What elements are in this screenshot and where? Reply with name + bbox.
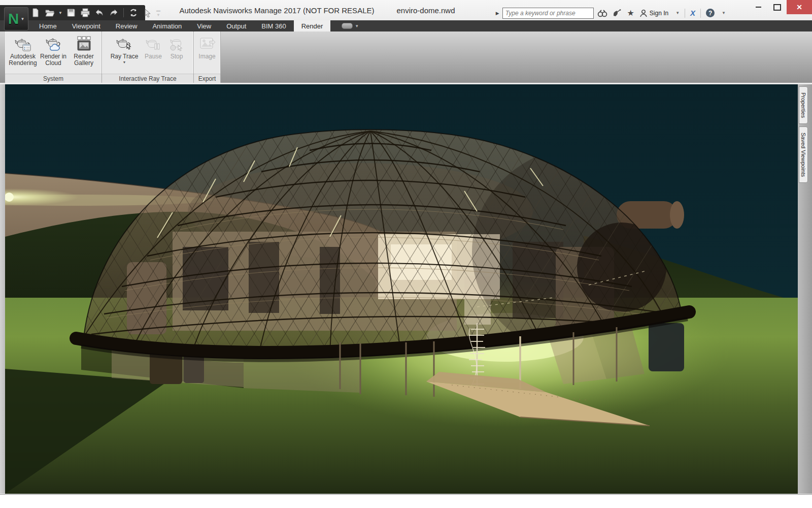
export-image-icon	[198, 35, 216, 52]
tab-output[interactable]: Output	[219, 20, 254, 31]
ray-trace-icon	[116, 35, 133, 52]
ray-trace-dropdown-icon[interactable]: ▼	[123, 60, 126, 64]
pause-button: Pause	[142, 34, 165, 60]
exchange-apps-button[interactable]: X	[690, 9, 695, 17]
button-label: Stop	[171, 53, 183, 60]
open-folder-icon	[45, 8, 55, 17]
chevron-down-icon: ▼	[20, 17, 24, 21]
group-label-interactive-ray-trace: Interactive Ray Trace	[102, 74, 193, 83]
help-button[interactable]: ?	[706, 9, 715, 17]
select-button[interactable]	[142, 7, 154, 19]
undo-button[interactable]	[93, 7, 106, 19]
toolbar-separator	[123, 8, 124, 17]
viewport-3d-scene	[5, 84, 798, 494]
tab-properties[interactable]: Properties	[799, 86, 808, 124]
infocenter-separator	[685, 9, 685, 18]
open-file-button[interactable]	[44, 7, 56, 19]
print-button[interactable]	[79, 7, 91, 19]
group-label-system: System	[5, 74, 101, 83]
infocenter-separator	[700, 9, 701, 18]
ribbon-group-export: Image Export	[194, 31, 221, 83]
button-label: Render Gallery	[69, 53, 98, 67]
app-window: N ▼ ▼	[0, 0, 812, 495]
tab-viewpoint[interactable]: Viewpoint	[64, 20, 108, 31]
pause-icon	[145, 35, 162, 52]
stop-button: Stop	[166, 34, 187, 60]
tab-render[interactable]: Render	[294, 20, 331, 31]
save-button[interactable]	[65, 7, 77, 19]
render-in-cloud-icon	[45, 35, 62, 52]
sign-in-label: Sign In	[650, 10, 668, 17]
ray-trace-button[interactable]: Ray Trace ▼	[108, 34, 141, 64]
render-gallery-button[interactable]: Render Gallery	[69, 34, 98, 67]
favorites-button[interactable]: ★	[625, 8, 636, 19]
redo-button[interactable]	[108, 7, 120, 19]
ribbon-group-system: Autodesk Rendering	[5, 31, 102, 83]
window-left-edge	[0, 84, 5, 494]
refresh-button[interactable]	[127, 7, 140, 19]
button-label: Pause	[145, 53, 162, 60]
refresh-icon	[129, 8, 138, 17]
navisworks-logo-icon: N	[8, 11, 19, 26]
new-file-icon	[31, 8, 40, 17]
sign-in-dropdown-icon[interactable]: ▼	[675, 11, 680, 15]
close-icon: ✕	[796, 4, 802, 11]
undo-icon	[94, 9, 105, 17]
binoculars-icon	[597, 9, 607, 17]
redo-icon	[109, 9, 119, 17]
search-button[interactable]	[597, 8, 608, 19]
tab-home[interactable]: Home	[31, 20, 64, 31]
button-label: Render in Cloud	[39, 53, 68, 67]
autodesk-rendering-button[interactable]: Autodesk Rendering	[8, 34, 38, 67]
ribbon-panel-area: Autodesk Rendering	[0, 31, 812, 83]
tab-view[interactable]: View	[189, 20, 219, 31]
ribbon-tab-bar: Home Viewpoint Review Animation View Out…	[0, 20, 812, 31]
document-name: enviro-dome.nwd	[396, 6, 455, 15]
ribbon-display-toggle[interactable]: ▼	[342, 20, 359, 31]
viewport-3d-canvas[interactable]	[5, 84, 798, 494]
render-gallery-icon	[75, 35, 92, 52]
customize-quick-access-button[interactable]: ▬▼	[156, 8, 161, 17]
save-icon	[66, 8, 76, 17]
infocenter: ▶ ★ Sign In	[496, 7, 726, 19]
button-label: Image	[198, 53, 215, 60]
autodesk-rendering-icon	[14, 35, 31, 52]
sign-in-button[interactable]: Sign In	[639, 9, 668, 17]
button-label: Autodesk Rendering	[8, 53, 38, 67]
close-button[interactable]: ✕	[787, 0, 812, 14]
dock-tab-strip: Properties Saved Viewpoints	[798, 84, 812, 494]
export-image-button: Image	[196, 34, 218, 60]
search-input[interactable]	[502, 8, 594, 19]
stop-icon	[168, 35, 185, 52]
tab-bim360[interactable]: BIM 360	[254, 20, 293, 31]
print-icon	[80, 8, 90, 17]
button-label: Ray Trace	[111, 53, 139, 60]
ribbon-group-interactive-ray-trace: Ray Trace ▼ P	[102, 31, 194, 83]
cursor-icon	[144, 9, 151, 17]
maximize-icon	[773, 4, 781, 11]
application-menu-button[interactable]: N ▼	[4, 7, 28, 30]
open-dropdown-button[interactable]: ▼	[58, 11, 63, 15]
render-in-cloud-button[interactable]: Render in Cloud	[39, 34, 68, 67]
chevron-down-icon: ▼	[355, 24, 359, 28]
tab-saved-viewpoints[interactable]: Saved Viewpoints	[799, 126, 808, 183]
tab-animation[interactable]: Animation	[145, 20, 189, 31]
title-bar: N ▼ ▼	[0, 0, 812, 20]
minimize-icon	[756, 7, 761, 8]
satellite-dish-icon	[612, 9, 621, 17]
ribbon-pill-icon	[342, 23, 353, 29]
subscription-center-button[interactable]	[611, 8, 622, 19]
infocenter-expand-icon[interactable]: ▶	[496, 11, 499, 16]
user-icon	[639, 9, 648, 17]
application-title: Autodesk Navisworks Manage 2017 (NOT FOR…	[179, 6, 374, 15]
group-label-export: Export	[194, 74, 220, 83]
new-file-button[interactable]	[29, 7, 42, 19]
minimize-button[interactable]	[749, 0, 768, 14]
tab-review[interactable]: Review	[108, 20, 145, 31]
maximize-button[interactable]	[768, 0, 787, 14]
help-dropdown-icon[interactable]: ▼	[722, 11, 726, 15]
